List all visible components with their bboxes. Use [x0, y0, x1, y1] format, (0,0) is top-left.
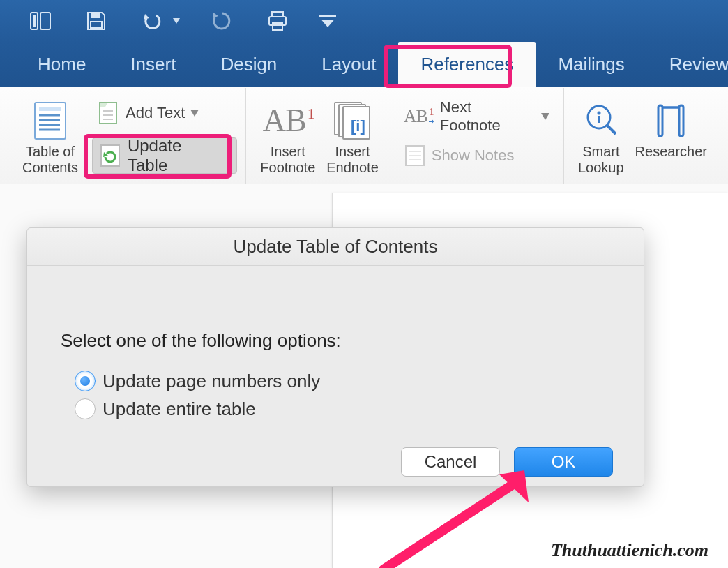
- button-label: Cancel: [425, 452, 477, 472]
- button-label: OK: [552, 452, 576, 472]
- ribbon-toolbar: Table of Contents + Add Text Update Tabl…: [0, 87, 728, 184]
- footnote-icon: AB1: [263, 102, 313, 139]
- next-footnote-icon: AB1: [404, 105, 434, 128]
- add-text-button[interactable]: + Add Text: [92, 98, 237, 128]
- smart-lookup-button[interactable]: Smart Lookup: [572, 95, 630, 177]
- tab-design[interactable]: Design: [198, 42, 299, 87]
- ok-button[interactable]: OK: [514, 447, 613, 477]
- svg-rect-2: [40, 13, 50, 29]
- dropdown-icon: [190, 110, 199, 117]
- tab-label: Design: [220, 54, 277, 75]
- add-text-icon: +: [98, 102, 120, 124]
- group-research: Smart Lookup Researcher: [563, 88, 721, 184]
- dropdown-icon: [541, 113, 549, 120]
- tab-home[interactable]: Home: [15, 42, 108, 87]
- svg-point-28: [597, 111, 600, 114]
- button-label: Insert Endnote: [326, 144, 379, 176]
- radio-icon: [75, 371, 96, 391]
- researcher-button[interactable]: Researcher: [630, 95, 713, 177]
- svg-rect-10: [39, 107, 61, 111]
- svg-rect-1: [33, 15, 36, 27]
- group-toc: Table of Contents + Add Text Update Tabl…: [8, 88, 245, 184]
- update-table-icon: [98, 144, 122, 167]
- tab-review[interactable]: Review: [647, 42, 728, 87]
- next-footnote-button[interactable]: AB1 Next Footnote: [398, 102, 555, 131]
- svg-rect-8: [319, 15, 336, 17]
- tab-layout[interactable]: Layout: [299, 42, 398, 87]
- tab-mailings[interactable]: Mailings: [536, 42, 646, 87]
- svg-line-27: [607, 126, 616, 134]
- button-label: Smart Lookup: [578, 144, 624, 176]
- repeat-icon[interactable]: [208, 7, 236, 35]
- update-toc-dialog: Update Table of Contents Select one of t…: [26, 227, 644, 487]
- undo-dropdown-icon[interactable]: [173, 18, 180, 24]
- button-label: Table of Contents: [22, 144, 78, 176]
- svg-rect-3: [91, 13, 100, 18]
- pages-panel-icon[interactable]: [26, 7, 54, 35]
- endnote-icon: [i]: [334, 102, 372, 140]
- print-icon[interactable]: [264, 7, 291, 35]
- option-update-entire-table[interactable]: Update entire table: [75, 395, 610, 423]
- tab-label: References: [420, 54, 513, 75]
- customize-qat-icon[interactable]: [319, 7, 336, 35]
- svg-rect-7: [273, 23, 282, 30]
- button-label: Update Table: [128, 136, 225, 175]
- svg-rect-6: [269, 17, 286, 25]
- insert-footnote-button[interactable]: AB1 Insert Footnote: [255, 95, 321, 177]
- tab-insert[interactable]: Insert: [108, 42, 198, 87]
- toc-icon: [33, 101, 67, 140]
- svg-rect-4: [91, 22, 102, 28]
- dialog-title: Update Table of Contents: [27, 228, 644, 266]
- button-label: Researcher: [635, 144, 707, 160]
- ribbon-tabs: Home Insert Design Layout References Mai…: [0, 42, 728, 87]
- tab-label: Mailings: [558, 54, 624, 75]
- cancel-button[interactable]: Cancel: [401, 447, 500, 477]
- tab-label: Layout: [321, 54, 376, 75]
- svg-text:[i]: [i]: [351, 117, 365, 135]
- button-label: Show Notes: [432, 147, 515, 165]
- svg-rect-29: [598, 116, 600, 123]
- quick-access-toolbar: [0, 0, 728, 42]
- option-label: Update entire table: [103, 398, 256, 420]
- researcher-icon: [651, 102, 690, 140]
- insert-endnote-button[interactable]: [i] Insert Endnote: [321, 95, 384, 177]
- show-notes-button: Show Notes: [398, 141, 555, 170]
- tab-label: Home: [38, 54, 86, 75]
- option-update-page-numbers[interactable]: Update page numbers only: [75, 367, 610, 395]
- document-area: Update Table of Contents Select one of t…: [0, 184, 728, 568]
- undo-icon[interactable]: [138, 7, 166, 35]
- svg-rect-5: [272, 12, 283, 17]
- group-footnotes: AB1 Insert Footnote [i] Insert Endnote A…: [245, 88, 563, 184]
- radio-icon: [75, 398, 96, 419]
- tab-label: Review: [669, 54, 728, 75]
- table-of-contents-button[interactable]: Table of Contents: [17, 95, 84, 177]
- button-label: Next Footnote: [440, 98, 536, 135]
- svg-text:+: +: [103, 101, 110, 103]
- dialog-prompt: Select one of the following options:: [61, 330, 610, 352]
- update-table-button[interactable]: Update Table: [92, 137, 237, 174]
- button-label: Add Text: [126, 104, 185, 122]
- button-label: Insert Footnote: [260, 144, 315, 176]
- show-notes-icon: [404, 144, 426, 167]
- save-icon[interactable]: [82, 7, 110, 35]
- watermark-text: Thuthuattienich.com: [551, 540, 708, 561]
- tab-label: Insert: [130, 54, 176, 75]
- option-label: Update page numbers only: [103, 371, 320, 392]
- smart-lookup-icon: [584, 102, 619, 140]
- tab-references[interactable]: References: [398, 42, 536, 87]
